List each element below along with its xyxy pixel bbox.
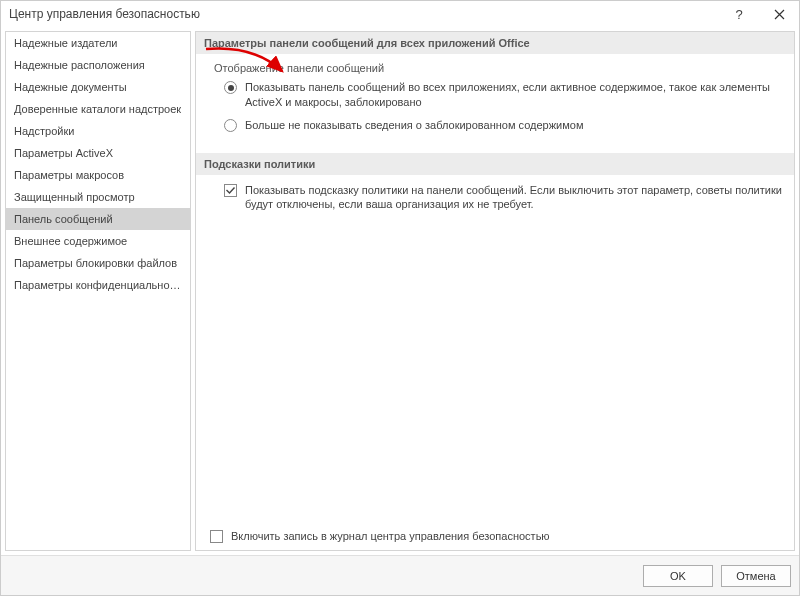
cancel-button[interactable]: Отмена	[721, 565, 791, 587]
sidebar-item-trusted-publishers[interactable]: Надежные издатели	[6, 32, 190, 54]
sidebar-item-trusted-addin-catalogs[interactable]: Доверенные каталоги надстроек	[6, 98, 190, 120]
sidebar-item-privacy[interactable]: Параметры конфиденциальности	[6, 274, 190, 296]
dialog-title: Центр управления безопасностью	[9, 7, 200, 21]
radio-icon	[224, 119, 237, 132]
help-button[interactable]: ?	[719, 1, 759, 27]
sidebar-item-message-bar[interactable]: Панель сообщений	[6, 208, 190, 230]
section-header-policy-tips: Подсказки политики	[196, 153, 794, 175]
sidebar-item-external-content[interactable]: Внешнее содержимое	[6, 230, 190, 252]
sidebar-item-macro-settings[interactable]: Параметры макросов	[6, 164, 190, 186]
sidebar-item-activex[interactable]: Параметры ActiveX	[6, 142, 190, 164]
subhead-display-message-bar: Отображение панели сообщений	[214, 62, 782, 74]
sidebar: Надежные издатели Надежные расположения …	[5, 31, 191, 551]
ok-button[interactable]: OK	[643, 565, 713, 587]
checkbox-enable-logging[interactable]: Включить запись в журнал центра управлен…	[210, 529, 550, 544]
radio-show-message-bar-label: Показывать панель сообщений во всех прил…	[245, 80, 782, 110]
radio-never-show[interactable]: Больше не показывать сведения о заблокир…	[214, 118, 782, 133]
sidebar-item-trusted-documents[interactable]: Надежные документы	[6, 76, 190, 98]
sidebar-item-file-block[interactable]: Параметры блокировки файлов	[6, 252, 190, 274]
close-icon	[774, 9, 785, 20]
checkbox-show-policy-tip-label: Показывать подсказку политики на панели …	[245, 183, 782, 213]
radio-icon	[224, 81, 237, 94]
dialog-footer: OK Отмена	[1, 555, 799, 595]
checkbox-show-policy-tip[interactable]: Показывать подсказку политики на панели …	[214, 183, 782, 213]
checkbox-enable-logging-label: Включить запись в журнал центра управлен…	[231, 529, 550, 544]
sidebar-item-protected-view[interactable]: Защищенный просмотр	[6, 186, 190, 208]
sidebar-item-trusted-locations[interactable]: Надежные расположения	[6, 54, 190, 76]
close-button[interactable]	[759, 1, 799, 27]
section-header-message-bar: Параметры панели сообщений для всех прил…	[196, 32, 794, 54]
main-panel: Параметры панели сообщений для всех прил…	[195, 31, 795, 551]
checkbox-icon	[224, 184, 237, 197]
sidebar-item-addins[interactable]: Надстройки	[6, 120, 190, 142]
radio-show-message-bar[interactable]: Показывать панель сообщений во всех прил…	[214, 80, 782, 110]
radio-never-show-label: Больше не показывать сведения о заблокир…	[245, 118, 782, 133]
checkbox-icon	[210, 530, 223, 543]
titlebar: Центр управления безопасностью ?	[1, 1, 799, 27]
